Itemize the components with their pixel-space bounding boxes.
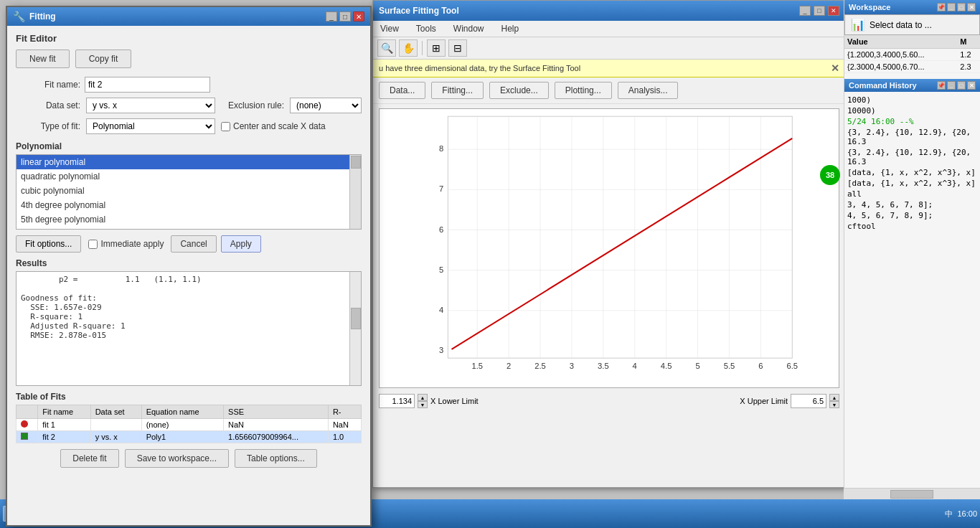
surface-icon[interactable]: ⊟ (448, 39, 467, 57)
exclude-button[interactable]: Exclude... (489, 82, 549, 99)
exclusion-rule-select[interactable]: (none) (290, 98, 362, 113)
bottom-scroll-thumb[interactable] (890, 490, 933, 499)
history-item[interactable]: 4, 5, 6, 7, 8, 9]; (847, 210, 977, 221)
history-item[interactable]: 10000) (847, 105, 977, 116)
workspace-row[interactable]: {1.2000,3.4000,5.60... 1.2 (844, 49, 980, 61)
ime-indicator[interactable]: 中 (945, 509, 953, 519)
history-item[interactable]: all (847, 189, 977, 199)
col-header-equation[interactable]: Equation name (141, 405, 223, 419)
polynomial-label: Polynomial (16, 141, 362, 151)
bottom-scrollbar[interactable] (844, 488, 980, 499)
menu-help[interactable]: Help (497, 22, 524, 35)
notification-bar: u have three dimensional data, try the S… (373, 60, 845, 77)
immediate-apply-checkbox[interactable] (88, 240, 98, 249)
table-row[interactable]: fit 2 y vs. x Poly1 1.6566079009964... 1… (17, 431, 362, 443)
polynomial-scroll-thumb[interactable] (351, 156, 361, 169)
history-item[interactable]: [data, {1, x, x^2, x^3}, x] (847, 178, 977, 189)
results-scrollbar[interactable] (349, 272, 361, 385)
select-data-label: Select data to ... (870, 20, 932, 30)
analysis-button[interactable]: Analysis... (618, 82, 679, 99)
table-options-button[interactable]: Table options... (235, 449, 317, 468)
history-item[interactable]: cftool (847, 221, 977, 232)
badge-value: 38 (826, 171, 834, 179)
x-lower-limit-input[interactable] (379, 394, 415, 408)
fitting-button[interactable]: Fitting... (431, 82, 484, 99)
grid-icon[interactable]: ⊞ (427, 39, 446, 57)
menu-window[interactable]: Window (449, 22, 489, 35)
plotting-button[interactable]: Plotting... (555, 82, 612, 99)
poly-item-6th[interactable]: 6th degree polynomial (17, 227, 361, 230)
col-header-rsq[interactable]: R- (328, 405, 361, 419)
x-upper-down-btn[interactable]: ▼ (829, 401, 839, 408)
history-item[interactable]: [data, {1, x, x^2, x^3}, x] (847, 167, 977, 178)
notification-close-btn[interactable]: ✕ (831, 62, 839, 74)
clock: 16:00 (957, 509, 977, 518)
workspace-row[interactable]: {2.3000,4.5000,6.70... 2.3 (844, 61, 980, 73)
table-of-fits-buttons: Delete fit Save to workspace... Table op… (16, 449, 362, 468)
type-of-fit-select[interactable]: Polynomial (86, 118, 215, 134)
fit-name-input[interactable] (85, 77, 210, 93)
fit-editor-section-title: Fit Editor (16, 33, 362, 44)
fit2-rsq: 1.0 (328, 431, 361, 443)
workspace-maximize-btn[interactable]: □ (957, 3, 966, 11)
svg-text:2.5: 2.5 (534, 362, 546, 370)
col-header-dataset[interactable]: Data set (90, 405, 141, 419)
cft-minimize-btn[interactable]: _ (799, 6, 811, 16)
x-upper-limit-group: X Upper Limit ▲ ▼ (740, 394, 839, 408)
new-fit-button[interactable]: New fit (16, 50, 70, 68)
workspace-close-btn[interactable]: ✕ (967, 3, 976, 11)
fit-editor-maximize-btn[interactable]: □ (339, 11, 351, 22)
svg-text:5: 5 (439, 265, 443, 274)
polynomial-scrollbar[interactable] (349, 155, 361, 229)
history-content: 1000) 10000) 5/24 16:00 --% {3, 2.4}, {1… (844, 92, 980, 235)
history-header: Command History 📌 _ □ ✕ (844, 79, 980, 92)
apply-button[interactable]: Apply (221, 235, 261, 253)
menu-view[interactable]: View (376, 22, 403, 35)
history-item[interactable]: {3, 2.4}, {10, 12.9}, {20, 16.3 (847, 127, 977, 147)
data-set-select[interactable]: y vs. x (86, 98, 215, 113)
history-item[interactable]: 3, 4, 5, 6, 7, 8]; (847, 199, 977, 210)
col-header-fitname[interactable]: Fit name (38, 405, 90, 419)
fit-options-button[interactable]: Fit options... (16, 235, 81, 253)
history-pin-btn[interactable]: 📌 (937, 81, 946, 90)
poly-item-quadratic[interactable]: quadratic polynomial (17, 169, 361, 184)
svg-text:3: 3 (439, 346, 443, 354)
workspace-col-value: Value (844, 35, 957, 49)
history-item[interactable]: 1000) (847, 95, 977, 105)
cft-titlebar: Surface Fitting Tool _ □ ✕ (373, 1, 845, 21)
cft-title: Surface Fitting Tool (379, 6, 459, 16)
workspace-minimize-btn[interactable]: _ (947, 3, 956, 11)
history-item[interactable]: {3, 2.4}, {10, 12.9}, {20, 16.3 (847, 147, 977, 167)
fit-editor-minimize-btn[interactable]: _ (326, 11, 337, 22)
history-item[interactable]: 5/24 16:00 --% (847, 116, 977, 127)
results-scroll-thumb[interactable] (351, 308, 361, 329)
history-maximize-btn[interactable]: □ (957, 81, 966, 90)
table-of-fits-section: Table of Fits Fit name Data set Equation… (16, 392, 362, 468)
history-close-btn[interactable]: ✕ (967, 81, 976, 90)
polynomial-list[interactable]: linear polynomial quadratic polynomial c… (16, 154, 362, 230)
x-upper-limit-input[interactable] (791, 394, 826, 408)
col-header-sse[interactable]: SSE (224, 405, 329, 419)
save-to-workspace-button[interactable]: Save to workspace... (125, 449, 229, 468)
x-lower-down-btn[interactable]: ▼ (418, 401, 428, 408)
poly-item-4th[interactable]: 4th degree polynomial (17, 198, 361, 212)
cancel-button[interactable]: Cancel (171, 235, 216, 253)
delete-fit-button[interactable]: Delete fit (60, 449, 118, 468)
history-minimize-btn[interactable]: _ (947, 81, 956, 90)
poly-item-cubic[interactable]: cubic polynomial (17, 184, 361, 198)
x-lower-up-btn[interactable]: ▲ (418, 394, 428, 401)
center-scale-checkbox[interactable] (221, 122, 230, 131)
poly-item-linear[interactable]: linear polynomial (17, 155, 361, 169)
poly-item-5th[interactable]: 5th degree polynomial (17, 212, 361, 227)
menu-tools[interactable]: Tools (412, 22, 440, 35)
cft-close-btn[interactable]: ✕ (828, 6, 839, 16)
copy-fit-button[interactable]: Copy fit (75, 50, 132, 68)
data-button[interactable]: Data... (379, 82, 425, 99)
cft-maximize-btn[interactable]: □ (814, 6, 825, 16)
x-upper-up-btn[interactable]: ▲ (829, 394, 839, 401)
zoom-icon[interactable]: 🔍 (377, 39, 396, 57)
workspace-pin-btn[interactable]: 📌 (937, 3, 946, 11)
pan-icon[interactable]: ✋ (399, 39, 418, 57)
table-row[interactable]: fit 1 (none) NaN NaN (17, 419, 362, 431)
fit-editor-close-btn[interactable]: ✕ (353, 11, 364, 22)
